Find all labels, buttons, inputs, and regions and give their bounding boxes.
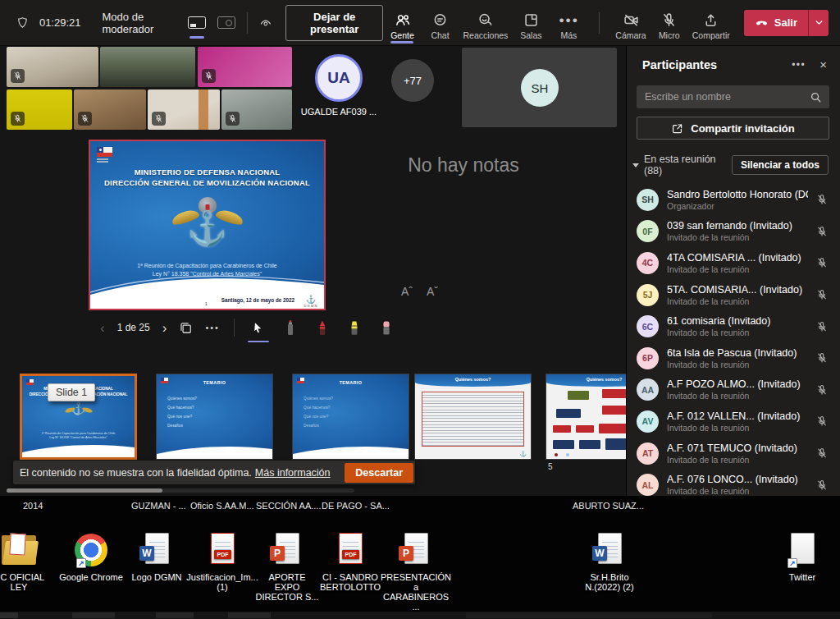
- participant-row[interactable]: AL A.F. 076 LONCO... (Invitado) Invitado…: [627, 469, 840, 496]
- video-tile[interactable]: [221, 89, 292, 130]
- slide-thumbnail-5[interactable]: Quiénes somos?: [546, 374, 626, 460]
- cursor-tool-button[interactable]: [249, 317, 268, 338]
- collapse-chevron-icon[interactable]: [632, 163, 639, 167]
- video-tile-sh[interactable]: SH: [462, 48, 617, 127]
- pen-tool-button[interactable]: [313, 317, 332, 338]
- org-box: [553, 425, 571, 433]
- presented-slide[interactable]: MINISTERIO DE DEFENSA NACIONAL DIRECCIÓN…: [89, 140, 326, 310]
- font-increase-button[interactable]: Aˆ: [401, 285, 413, 298]
- thumb-bullet-item: Qué nos une?: [304, 415, 333, 419]
- participant-text: Sandro Bertolotto Honorato (DG... Organi…: [667, 189, 808, 211]
- participant-mic-off-icon: [816, 415, 828, 427]
- eye-icon[interactable]: [259, 15, 272, 31]
- video-tile[interactable]: [7, 89, 72, 130]
- taskbar[interactable]: [0, 612, 840, 619]
- people-button[interactable]: Gente: [383, 0, 421, 46]
- panel-more-button[interactable]: •••: [792, 59, 806, 71]
- more-button[interactable]: ●●● Más: [550, 0, 587, 46]
- file-type-badge: P: [270, 546, 285, 561]
- participant-row[interactable]: 4C 4TA COMISARIA ... (Invitado) Invitado…: [627, 247, 840, 279]
- participant-text: A.F. 012 VALLEN... (Invitado) Invitado d…: [667, 410, 808, 433]
- participant-avatar: AV: [637, 410, 659, 433]
- banner-more-info-link[interactable]: Más información: [255, 467, 331, 479]
- share-invitation-icon: [671, 122, 683, 135]
- mini-anchor-icon: ⚓: [519, 451, 527, 457]
- layout-person-icon: [217, 16, 235, 29]
- eraser-tool-button[interactable]: [377, 317, 396, 338]
- slide-thumbnail-2[interactable]: TEMARIO Quiénes somos?Qué hacemos?Qué no…: [156, 374, 273, 460]
- next-slide-button[interactable]: ›: [162, 321, 167, 335]
- camera-button[interactable]: Cámara: [611, 0, 650, 46]
- dismiss-banner-button[interactable]: Descartar: [345, 463, 413, 483]
- toolbar-more-button[interactable]: •••: [205, 323, 220, 332]
- participant-row[interactable]: 0F 039 san fernando (Invitado) Invitado …: [627, 216, 840, 248]
- desktop-icon-twitter[interactable]: ↗ Twitter: [770, 532, 834, 582]
- chat-button[interactable]: Chat: [421, 0, 459, 46]
- participant-mic-off-icon: [816, 447, 828, 459]
- highlighter-tool-button[interactable]: [345, 317, 364, 338]
- mic-label: Micro: [659, 30, 680, 40]
- share-invitation-button[interactable]: Compartir invitación: [637, 117, 829, 140]
- desktop-icon-pdf[interactable]: PDF ↗ Justificacion_Im... (1): [190, 532, 254, 592]
- participant-row[interactable]: AV A.F. 012 VALLEN... (Invitado) Invitad…: [627, 406, 840, 438]
- overflow-count-badge[interactable]: +77: [391, 59, 434, 102]
- mic-button[interactable]: Micro: [651, 0, 688, 46]
- file-icon: W ↗: [138, 532, 176, 570]
- desktop-icon-label: CI - SANDRO BERTOLOTTO: [320, 572, 381, 592]
- participant-mic-off-icon: [816, 257, 828, 268]
- participant-name: 61 comisaria (Invitado): [667, 315, 808, 327]
- taskbar-item[interactable]: [156, 612, 194, 618]
- presenter-layout-toggle[interactable]: [187, 11, 207, 35]
- taskbar-item[interactable]: [72, 612, 115, 618]
- desktop-icon-pdf[interactable]: PDF ↗ CI - SANDRO BERTOLOTTO: [318, 532, 382, 592]
- previous-slide-button[interactable]: ‹: [100, 321, 105, 335]
- participant-mic-off-icon: [816, 321, 828, 332]
- desktop-icon-word[interactable]: W ↗ Sr.H.Brito N.(2022) (2): [578, 532, 641, 592]
- desktop-icon-word[interactable]: W ↗ Logo DGMN: [125, 532, 189, 582]
- leave-options-button[interactable]: [808, 10, 829, 36]
- video-tile[interactable]: [100, 47, 195, 87]
- video-tile[interactable]: [198, 47, 292, 87]
- font-decrease-button[interactable]: Aˇ: [427, 285, 438, 298]
- horizontal-scrollbar-thumb[interactable]: [7, 488, 162, 493]
- participant-row[interactable]: 5J 5TA. COMISARIA... (Invitado) Invitado…: [627, 279, 840, 311]
- participant-mic-off-icon: [816, 289, 828, 300]
- people-label: Gente: [390, 30, 414, 40]
- desktop-icon-folder[interactable]: ↗ OC OFICIAL LEY: [0, 532, 51, 592]
- stop-presenting-button[interactable]: Dejar de presentar: [285, 5, 384, 41]
- participant-row[interactable]: AT A.F. 071 TEMUCO (Invitado) Invitado d…: [627, 438, 840, 470]
- video-tile[interactable]: [74, 89, 146, 130]
- video-tile[interactable]: [148, 89, 220, 130]
- reactions-button[interactable]: Reacciones: [459, 0, 512, 46]
- thumb-bullet-item: Qué hacemos?: [304, 406, 333, 410]
- desktop-icon-ppt[interactable]: P ↗ APORTE EXPO DIRECTOR S...: [255, 532, 319, 602]
- participant-row[interactable]: SH Sandro Bertolotto Honorato (DG... Org…: [627, 184, 840, 216]
- participant-name: 6ta Isla de Pascua (Invitado): [667, 347, 808, 359]
- search-input[interactable]: [645, 91, 810, 103]
- mute-all-button[interactable]: Silenciar a todos: [732, 155, 829, 175]
- slide-thumbnail-4[interactable]: Quiénes somos? ⚓: [414, 374, 532, 460]
- participant-row[interactable]: 6P 6ta Isla de Pascua (Invitado) Invitad…: [627, 342, 840, 374]
- taskbar-item[interactable]: [228, 612, 271, 618]
- laser-pointer-tool-button[interactable]: [281, 317, 300, 338]
- org-box: [553, 440, 574, 449]
- video-tile[interactable]: [7, 47, 98, 87]
- rooms-button[interactable]: Salas: [512, 0, 550, 46]
- participant-avatar-ua[interactable]: UA: [315, 54, 363, 102]
- desktop-icon-ppt[interactable]: P ↗ PRESENTACIÓN a CARABINEROS ...: [384, 532, 448, 612]
- participant-row[interactable]: 6C 61 comisaria (Invitado) Invitado de l…: [627, 310, 840, 342]
- people-icon: [395, 12, 410, 28]
- taskbar-item[interactable]: [466, 612, 712, 618]
- slide-thumbnail-3[interactable]: TEMARIO Quiénes somos?Qué hacemos?Qué no…: [292, 374, 409, 460]
- avatar: SH: [521, 69, 559, 107]
- participant-row[interactable]: AA A.F POZO ALMO... (Invitado) Invitado …: [627, 374, 840, 406]
- start-button[interactable]: [0, 612, 18, 618]
- participant-mic-off-icon: [816, 352, 828, 364]
- participant-mic-off-icon: [816, 226, 828, 237]
- leave-button[interactable]: Salir: [744, 10, 808, 36]
- desktop-icon-chrome[interactable]: ↗ Google Chrome: [59, 532, 123, 582]
- slide-grid-icon[interactable]: [179, 321, 193, 335]
- panel-close-button[interactable]: ×: [819, 57, 827, 71]
- presenter-view-toggle[interactable]: [217, 11, 236, 35]
- share-button[interactable]: Compartir: [688, 0, 734, 46]
